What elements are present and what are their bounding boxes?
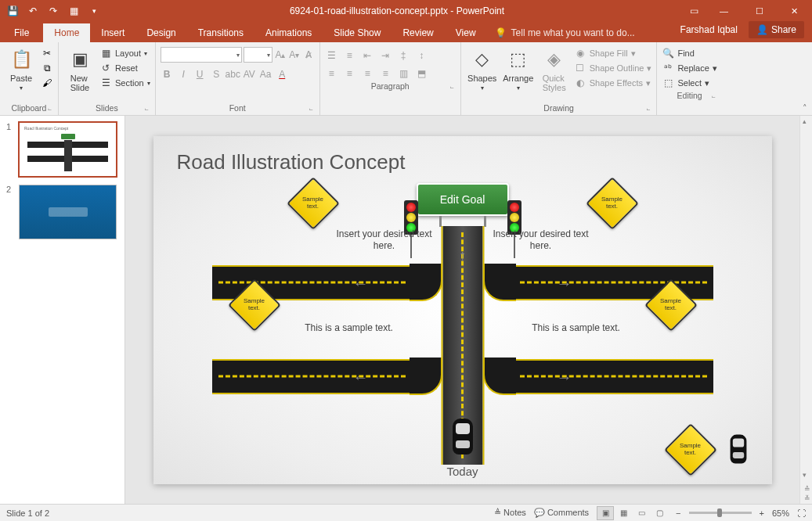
tell-me-search[interactable]: 💡 Tell me what you want to do... [487, 23, 673, 42]
fit-window-icon[interactable]: ⛶ [797, 508, 806, 518]
columns-icon[interactable]: ▥ [397, 66, 410, 80]
zoom-out-button[interactable]: − [676, 508, 680, 518]
road-sign[interactable]: Sample text. [594, 185, 631, 222]
tab-view[interactable]: View [445, 23, 487, 42]
redo-icon[interactable]: ↷ [47, 5, 60, 17]
comments-button[interactable]: 💬 Comments [534, 508, 589, 518]
group-drawing: ◇Shapes▾ ⬚Arrange▾ ◈Quick Styles ◉Shape … [461, 42, 658, 115]
caption[interactable]: This is a sample text. [287, 322, 412, 335]
replace-button[interactable]: ᵃᵇReplace ▾ [662, 62, 716, 74]
normal-view-icon[interactable]: ▣ [597, 506, 614, 520]
zoom-in-button[interactable]: + [760, 508, 764, 518]
tab-slideshow[interactable]: Slide Show [323, 23, 392, 42]
arrow-left-icon: ← [353, 368, 369, 386]
workspace: 1 Road Illustration Concept 2 Road Illus… [0, 116, 812, 504]
layout-button[interactable]: ▦Layout ▾ [99, 47, 150, 59]
shape-fill-button[interactable]: ◉Shape Fill ▾ [574, 47, 652, 59]
slide-thumbnails: 1 Road Illustration Concept 2 [0, 116, 125, 504]
shapes-button[interactable]: ◇Shapes▾ [466, 44, 499, 92]
tab-review[interactable]: Review [392, 23, 444, 42]
line-spacing-icon[interactable]: ‡ [397, 49, 410, 62]
arrow-left-icon: ← [353, 275, 369, 293]
slide-canvas[interactable]: Road Illustration Concept Edit Goal ← → … [153, 136, 772, 484]
prev-slide-icon[interactable]: ≙ [804, 485, 810, 493]
grow-font-icon[interactable]: A▴ [274, 49, 287, 62]
today-label[interactable]: Today [446, 464, 478, 480]
indent-dec-icon[interactable]: ⇤ [361, 49, 374, 62]
quick-styles-button[interactable]: ◈Quick Styles [538, 44, 571, 92]
caption[interactable]: This is a sample text. [514, 322, 639, 335]
thumbnail-2[interactable]: 2 [6, 185, 118, 239]
underline-icon[interactable]: U [193, 67, 207, 81]
indent-inc-icon[interactable]: ⇥ [379, 49, 392, 62]
reset-button[interactable]: ↺Reset [99, 62, 150, 74]
shape-outline-button[interactable]: ☐Shape Outline ▾ [574, 62, 652, 74]
text-direction-icon[interactable]: ↕ [415, 49, 428, 62]
format-painter-icon[interactable]: 🖌 [41, 77, 53, 89]
zoom-slider[interactable] [689, 512, 752, 514]
align-center-icon[interactable]: ≡ [343, 66, 356, 80]
font-color-icon[interactable]: A [276, 67, 289, 81]
caption[interactable]: Insert your desired text here. [334, 228, 435, 253]
shrink-font-icon[interactable]: A▾ [288, 49, 301, 62]
shadow-icon[interactable]: abc [226, 67, 240, 81]
vertical-scrollbar[interactable]: ≙≚ [799, 116, 812, 504]
notes-button[interactable]: ≜ Notes [494, 508, 526, 518]
sorter-view-icon[interactable]: ▦ [615, 506, 632, 520]
slide-editor[interactable]: Road Illustration Concept Edit Goal ← → … [125, 116, 812, 504]
ribbon-options-icon[interactable]: ▭ [687, 5, 700, 17]
paste-button[interactable]: 📋 Paste ▾ [5, 44, 38, 92]
align-right-icon[interactable]: ≡ [361, 66, 374, 80]
start-from-beginning-icon[interactable]: ▦ [67, 5, 80, 17]
case-icon[interactable]: Aa [259, 67, 272, 81]
collapse-ribbon-icon[interactable]: ˄ [803, 103, 807, 113]
tab-home[interactable]: Home [43, 23, 90, 42]
reading-view-icon[interactable]: ▭ [633, 506, 650, 520]
justify-icon[interactable]: ≡ [379, 66, 392, 80]
bullets-icon[interactable]: ☰ [325, 49, 338, 62]
qat-customize-icon[interactable]: ▾ [88, 5, 100, 17]
tab-insert[interactable]: Insert [90, 23, 135, 42]
find-button[interactable]: 🔍Find [662, 47, 716, 59]
road-sign[interactable]: Sample text. [294, 185, 332, 222]
font-name-combo[interactable] [161, 47, 242, 63]
slide-counter[interactable]: Slide 1 of 2 [6, 508, 494, 518]
share-button[interactable]: 👤 Share [749, 21, 804, 38]
zoom-level[interactable]: 65% [772, 508, 789, 518]
undo-icon[interactable]: ↶ [27, 5, 39, 17]
bulb-icon: 💡 [495, 27, 507, 38]
next-slide-icon[interactable]: ≚ [804, 494, 810, 502]
caption[interactable]: Insert your desired text here. [490, 228, 592, 253]
road-sign-legend[interactable]: Sample text. [672, 431, 709, 469]
font-size-combo[interactable] [244, 47, 272, 63]
tab-transitions[interactable]: Transitions [187, 23, 254, 42]
strike-icon[interactable]: S [210, 67, 223, 81]
tab-file[interactable]: File [0, 23, 43, 42]
copy-icon[interactable]: ⧉ [41, 62, 53, 74]
shape-effects-button[interactable]: ◐Shape Effects ▾ [574, 77, 652, 89]
group-label-drawing: Drawing [466, 102, 652, 115]
smartart-icon[interactable]: ⬒ [415, 66, 428, 80]
user-name[interactable]: Farshad Iqbal [680, 24, 738, 35]
new-slide-button[interactable]: ▣ New Slide [63, 44, 96, 92]
thumbnail-1[interactable]: 1 Road Illustration Concept [6, 122, 118, 177]
slideshow-view-icon[interactable]: ▢ [651, 506, 668, 520]
bold-icon[interactable]: B [161, 67, 174, 81]
road-sign[interactable]: Sample text. [236, 286, 273, 324]
italic-icon[interactable]: I [177, 67, 190, 81]
clear-format-icon[interactable]: A̷ [302, 49, 315, 62]
road-sign[interactable]: Sample text. [652, 286, 690, 324]
select-button[interactable]: ⬚Select ▾ [662, 77, 716, 89]
goal-sign[interactable]: Edit Goal [417, 183, 509, 216]
road-connector [483, 264, 516, 301]
spacing-icon[interactable]: AV [243, 67, 256, 81]
align-left-icon[interactable]: ≡ [325, 66, 338, 80]
arrange-button[interactable]: ⬚Arrange▾ [502, 44, 535, 92]
section-button[interactable]: ☰Section ▾ [99, 77, 150, 89]
slide-title[interactable]: Road Illustration Concept [177, 150, 406, 174]
cut-icon[interactable]: ✂ [41, 47, 53, 59]
tab-design[interactable]: Design [135, 23, 186, 42]
numbering-icon[interactable]: ≡ [343, 49, 356, 62]
save-icon[interactable]: 💾 [6, 5, 19, 17]
tab-animations[interactable]: Animations [254, 23, 323, 42]
